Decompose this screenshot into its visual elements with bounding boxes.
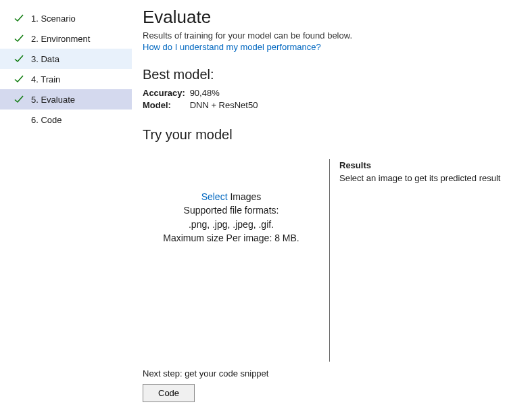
sidebar-item-label: 5. Evaluate — [31, 95, 75, 105]
image-drop-area[interactable]: Select Images Supported file formats: .p… — [143, 151, 320, 368]
images-word: Images — [228, 191, 262, 202]
model-value: DNN + ResNet50 — [190, 100, 258, 110]
code-button[interactable]: Code — [143, 384, 195, 402]
vertical-divider — [329, 159, 330, 362]
help-link[interactable]: How do I understand my model performance… — [143, 42, 518, 52]
results-heading: Results — [339, 160, 518, 170]
check-icon — [14, 94, 24, 105]
footer: Next step: get your code snippet Code — [143, 368, 518, 402]
sidebar-item-evaluate[interactable]: 5. Evaluate — [0, 89, 132, 110]
check-icon — [14, 53, 24, 64]
sidebar-item-label: 2. Environment — [31, 34, 90, 44]
max-size-label: Maximum size Per image: 8 MB. — [143, 231, 320, 245]
page-title: Evaluate — [143, 7, 518, 28]
accuracy-label: Accuracy: — [143, 88, 187, 98]
page-subtitle: Results of training for your model can b… — [143, 30, 518, 41]
model-label: Model: — [143, 100, 187, 110]
sidebar-item-code[interactable]: 6. Code — [0, 110, 132, 130]
accuracy-value: 90,48% — [190, 88, 220, 98]
supported-formats-value: .png, .jpg, .jpeg, .gif. — [143, 218, 320, 231]
sidebar-item-environment[interactable]: 2. Environment — [0, 28, 132, 49]
sidebar-item-label: 6. Code — [31, 115, 62, 125]
check-icon — [14, 13, 24, 24]
sidebar-item-data[interactable]: 3. Data — [0, 49, 132, 69]
sidebar-item-train[interactable]: 4. Train — [0, 69, 132, 89]
sidebar-item-label: 3. Data — [31, 54, 59, 64]
sidebar-item-label: 4. Train — [31, 74, 60, 84]
blank-icon — [14, 114, 24, 125]
metrics-block: Accuracy: 90,48% Model: DNN + ResNet50 — [143, 88, 518, 112]
best-model-heading: Best model: — [143, 67, 518, 82]
check-icon — [14, 33, 24, 44]
main-panel: Evaluate Results of training for your mo… — [132, 0, 532, 413]
results-placeholder: Select an image to get its predicted res… — [339, 173, 518, 183]
select-images-link[interactable]: Select — [201, 191, 228, 202]
next-step-label: Next step: get your code snippet — [143, 368, 518, 379]
try-model-heading: Try your model — [143, 127, 518, 143]
supported-formats-label: Supported file formats: — [143, 203, 320, 217]
check-icon — [14, 74, 24, 84]
sidebar-item-label: 1. Scenario — [31, 14, 76, 24]
sidebar-item-scenario[interactable]: 1. Scenario — [0, 8, 132, 28]
results-panel: Results Select an image to get its predi… — [339, 151, 518, 368]
wizard-sidebar: 1. Scenario 2. Environment 3. Data 4. Tr… — [0, 0, 132, 413]
